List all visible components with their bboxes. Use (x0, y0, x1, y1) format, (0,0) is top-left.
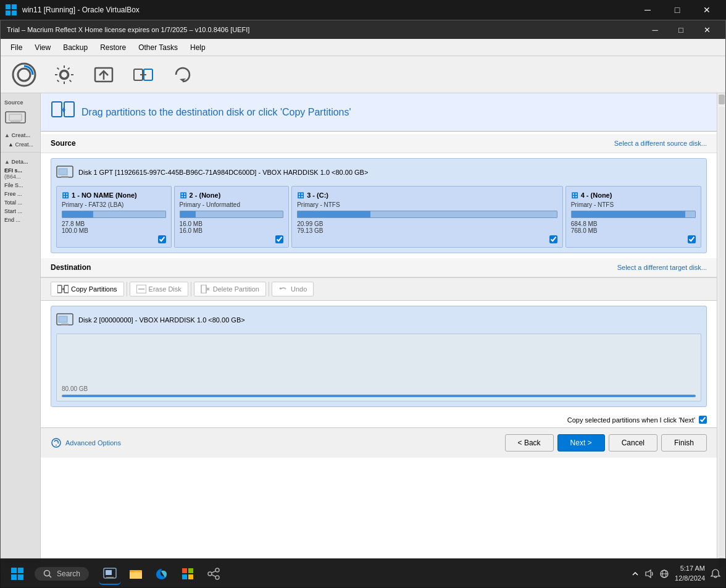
partition-1-sizes: 27.8 MB 100.0 MB (62, 220, 166, 234)
partition-3-checkbox[interactable] (549, 235, 557, 243)
advanced-label: Advanced Options (65, 439, 121, 447)
app-minimize-button[interactable]: ─ (643, 21, 667, 38)
source-section-header: Source Select a different source disk... (41, 134, 717, 153)
svg-rect-24 (59, 316, 67, 322)
svg-rect-1 (12, 4, 17, 9)
svg-rect-39 (130, 570, 135, 572)
partition-2-checkbox[interactable] (275, 235, 283, 243)
app-titlebar: Trial – Macrium Reflect X Home license e… (1, 20, 725, 39)
sidebar-free: Free ... (1, 190, 40, 198)
taskbar-file-explorer[interactable] (125, 563, 147, 585)
volume-icon[interactable] (644, 569, 655, 579)
toolbar-gear-btn[interactable] (48, 61, 81, 89)
select-source-link[interactable]: Select a different source disk... (614, 140, 707, 147)
taskbar-edge[interactable] (151, 563, 173, 585)
menu-help[interactable]: Help (184, 41, 212, 54)
undo-button[interactable]: Undo (272, 282, 314, 296)
app-maximize-button[interactable]: □ (669, 21, 693, 38)
search-label: Search (57, 569, 80, 578)
dest-size-label: 80.00 GB (62, 385, 88, 392)
erase-disk-label: Erase Disk (149, 285, 182, 293)
advanced-options-link[interactable]: Advanced Options (51, 437, 121, 448)
notification-icon[interactable] (710, 568, 721, 579)
partition-2-type: Primary - Unformatted (180, 201, 284, 208)
taskbar-virtualbox[interactable] (99, 563, 121, 585)
svg-marker-49 (646, 570, 651, 578)
svg-rect-30 (11, 574, 17, 580)
back-button[interactable]: < Back (505, 434, 554, 452)
taskbar-right: 5:17 AM 12/8/2024 (630, 564, 721, 583)
source-disk-label: Disk 1 GPT [11926615-997C-445B-B96C-71A9… (78, 169, 368, 176)
menu-file[interactable]: File (4, 41, 28, 54)
svg-point-32 (44, 570, 50, 576)
source-disk-container: Disk 1 GPT [11926615-997C-445B-B96C-71A9… (51, 158, 707, 253)
menu-restore[interactable]: Restore (94, 41, 132, 54)
partition-4: ⊞ 4 - (None) Primary - NTFS 684.8 MB 768… (565, 186, 701, 248)
taskbar-share[interactable] (202, 563, 225, 585)
svg-rect-13 (10, 122, 20, 124)
toolbar-clone-btn[interactable] (127, 61, 160, 89)
toolbar (1, 56, 725, 93)
partition-3: ⊞ 3 - (C:) Primary - NTFS 20.99 GB 79.13… (291, 186, 562, 248)
copy-partitions-checkbox[interactable] (699, 416, 707, 424)
menu-bar: File View Backup Restore Other Tasks Hel… (1, 39, 725, 56)
menu-view[interactable]: View (28, 41, 57, 54)
menu-backup[interactable]: Backup (57, 41, 94, 54)
svg-point-5 (18, 69, 30, 81)
dest-disk-icon (56, 311, 73, 329)
dest-empty-area: 80.00 GB (56, 334, 701, 401)
minimize-button[interactable]: ─ (633, 0, 662, 20)
close-button[interactable]: ✕ (693, 0, 721, 20)
app-window: Trial – Macrium Reflect X Home license e… (0, 20, 726, 588)
network-icon[interactable] (659, 569, 670, 579)
chevron-up-icon[interactable] (630, 569, 640, 579)
partition-4-bar (572, 211, 685, 217)
copy-partitions-button[interactable]: Copy Partitions (51, 282, 124, 296)
partition-1-name: ⊞ 1 - NO NAME (None) (62, 190, 166, 200)
sidebar-create-sub[interactable]: ▲ Creat... (1, 140, 40, 149)
taskbar-time[interactable]: 5:17 AM 12/8/2024 (675, 564, 705, 583)
svg-rect-31 (18, 574, 23, 580)
svg-line-48 (212, 574, 215, 576)
svg-point-46 (215, 576, 219, 579)
partition-1-bar (62, 211, 93, 217)
scrollbar-right[interactable] (717, 93, 725, 569)
sidebar-start: Start ... (1, 207, 40, 216)
toolbar-restore-btn[interactable] (87, 61, 120, 89)
select-dest-link[interactable]: Select a different target disk... (617, 264, 707, 271)
partition-3-sizes: 20.99 GB 79.13 GB (297, 220, 557, 234)
partition-4-checkbox[interactable] (688, 235, 696, 243)
partition-2: ⊞ 2 - (None) Primary - Unformatted 16.0 … (174, 186, 290, 248)
start-button[interactable] (5, 561, 30, 586)
partition-3-type: Primary - NTFS (297, 201, 557, 208)
svg-rect-28 (11, 568, 17, 573)
menu-other-tasks[interactable]: Other Tasks (132, 41, 184, 54)
bottom-bar: Advanced Options < Back Next > Cancel Fi… (41, 427, 717, 458)
svg-rect-41 (188, 568, 193, 573)
svg-rect-42 (182, 574, 187, 579)
toolbar-refresh-btn[interactable] (166, 61, 199, 89)
dest-label: Destination (51, 263, 91, 272)
delete-partition-button[interactable]: Delete Partition (194, 282, 266, 296)
clone-header-icon (51, 99, 75, 125)
svg-line-33 (49, 575, 52, 578)
partition-2-bar-container (180, 211, 284, 218)
app-close-button[interactable]: ✕ (695, 21, 719, 38)
sys-tray (630, 569, 670, 579)
svg-rect-40 (182, 568, 187, 573)
cancel-button[interactable]: Cancel (609, 434, 657, 452)
toolbar-backup-btn[interactable] (7, 60, 41, 90)
window-titlebar: win11 [Running] - Oracle VirtualBox ─ □ … (0, 0, 726, 20)
next-button[interactable]: Next > (557, 434, 605, 452)
dest-disk-info: Disk 2 [00000000] - VBOX HARDDISK 1.0 <8… (56, 311, 701, 329)
dest-disk-container: Disk 2 [00000000] - VBOX HARDDISK 1.0 <8… (51, 306, 707, 407)
taskbar-store[interactable] (177, 563, 199, 585)
time-display: 5:17 AM (675, 564, 705, 573)
sidebar-efi: EFI s... (B64... (1, 166, 40, 181)
finish-button[interactable]: Finish (661, 434, 707, 452)
taskbar-search[interactable]: Search (35, 567, 89, 581)
erase-disk-button[interactable]: Erase Disk (130, 282, 188, 296)
maximize-button[interactable]: □ (663, 0, 691, 20)
partition-1-checkbox[interactable] (158, 235, 166, 243)
partition-4-name: ⊞ 4 - (None) (571, 190, 696, 200)
